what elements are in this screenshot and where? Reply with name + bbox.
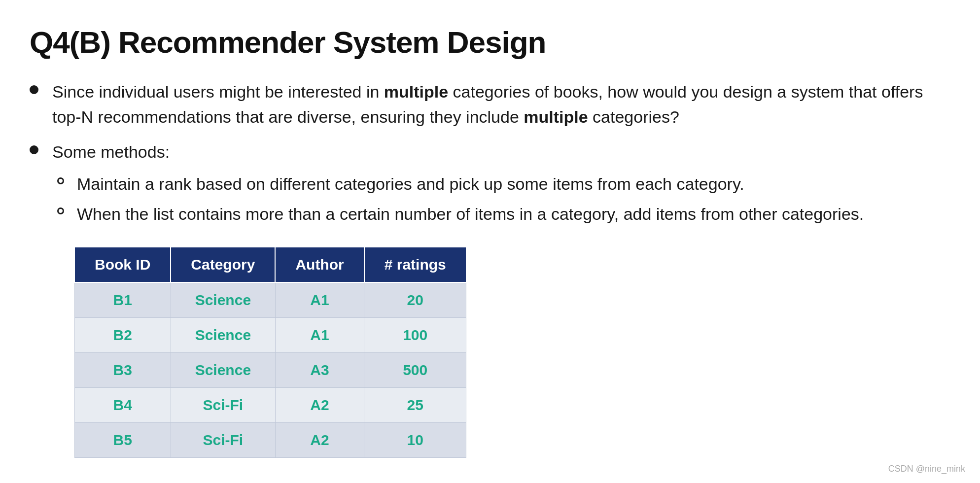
table-cell-4-0: B5 (74, 423, 171, 458)
page-title: Q4(B) Recommender System Design (30, 25, 950, 60)
bullet-item-2: Some methods: Maintain a rank based on d… (30, 139, 950, 232)
col-header-ratings: # ratings (364, 247, 466, 282)
table-body: B1ScienceA120B2ScienceA1100B3ScienceA350… (74, 282, 466, 458)
table-container: Book ID Category Author # ratings B1Scie… (74, 246, 950, 458)
bullet-item-1: Since individual users might be interest… (30, 79, 950, 130)
sub-bullet-text-2: When the list contains more than a certa… (77, 202, 864, 227)
col-header-author: Author (275, 247, 364, 282)
table-cell-2-3: 500 (364, 353, 466, 388)
table-cell-3-0: B4 (74, 388, 171, 423)
bullet-dot-1 (30, 85, 38, 94)
table-cell-4-2: A2 (275, 423, 364, 458)
table-cell-3-2: A2 (275, 388, 364, 423)
sub-bullet-list: Maintain a rank based on different categ… (57, 172, 950, 227)
table-cell-2-2: A3 (275, 353, 364, 388)
table-cell-3-1: Sci-Fi (171, 388, 275, 423)
table-cell-0-1: Science (171, 282, 275, 318)
table-row: B2ScienceA1100 (74, 318, 466, 353)
bullet-text-1: Since individual users might be interest… (52, 79, 950, 130)
table-row: B4Sci-FiA225 (74, 388, 466, 423)
sub-bullet-dot-1 (57, 177, 64, 184)
sub-bullet-dot-2 (57, 207, 64, 214)
table-cell-0-2: A1 (275, 282, 364, 318)
table-cell-4-1: Sci-Fi (171, 423, 275, 458)
table-cell-1-1: Science (171, 318, 275, 353)
data-table: Book ID Category Author # ratings B1Scie… (74, 246, 467, 458)
table-cell-1-3: 100 (364, 318, 466, 353)
table-cell-4-3: 10 (364, 423, 466, 458)
col-header-book-id: Book ID (74, 247, 171, 282)
table-cell-2-0: B3 (74, 353, 171, 388)
table-cell-0-0: B1 (74, 282, 171, 318)
table-row: B3ScienceA3500 (74, 353, 466, 388)
table-row: B1ScienceA120 (74, 282, 466, 318)
bullet-dot-2 (30, 145, 38, 154)
sub-bullet-item-2: When the list contains more than a certa… (57, 202, 950, 227)
sub-bullet-text-1: Maintain a rank based on different categ… (77, 172, 744, 197)
bullet-text-2: Some methods: Maintain a rank based on d… (52, 139, 950, 232)
table-cell-2-1: Science (171, 353, 275, 388)
table-cell-1-2: A1 (275, 318, 364, 353)
bullet-list: Since individual users might be interest… (30, 79, 950, 232)
table-row: B5Sci-FiA210 (74, 423, 466, 458)
col-header-category: Category (171, 247, 275, 282)
table-header-row: Book ID Category Author # ratings (74, 247, 466, 282)
sub-bullet-item-1: Maintain a rank based on different categ… (57, 172, 950, 197)
table-cell-0-3: 20 (364, 282, 466, 318)
watermark: CSDN @nine_mink (888, 464, 965, 474)
table-cell-3-3: 25 (364, 388, 466, 423)
table-cell-1-0: B2 (74, 318, 171, 353)
table-header: Book ID Category Author # ratings (74, 247, 466, 282)
